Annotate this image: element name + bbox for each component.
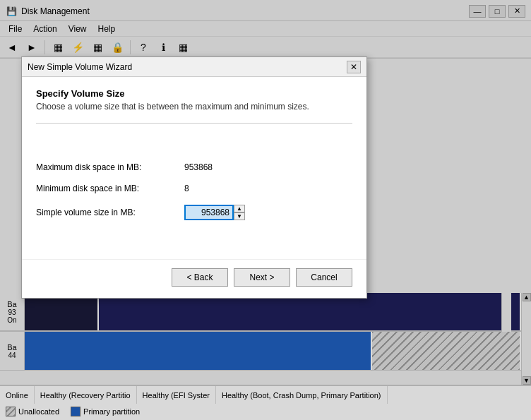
label-min-disk-space: Minimum disk space in MB: <box>36 184 184 193</box>
value-min-disk-space: 8 <box>184 184 189 193</box>
modal-section-desc: Choose a volume size that is between the… <box>36 102 352 112</box>
form-row-max: Maximum disk space in MB: 953868 <box>36 162 352 172</box>
modal-title-bar: New Simple Volume Wizard ✕ <box>22 57 366 77</box>
modal-close-button[interactable]: ✕ <box>347 61 361 73</box>
modal-content: Specify Volume Size Choose a volume size… <box>22 77 366 259</box>
volume-size-input[interactable] <box>184 205 234 220</box>
back-button[interactable]: < Back <box>172 268 228 287</box>
spinner-down-button[interactable]: ▼ <box>234 212 245 220</box>
modal-overlay: New Simple Volume Wizard ✕ Specify Volum… <box>0 0 531 420</box>
modal-divider <box>36 123 352 124</box>
modal-footer: < Back Next > Cancel <box>22 259 366 298</box>
modal-section-title: Specify Volume Size <box>36 88 352 99</box>
form-row-volume-size: Simple volume size in MB: ▲ ▼ <box>36 205 352 220</box>
modal-title: New Simple Volume Wizard <box>28 62 347 72</box>
spinner-up-button[interactable]: ▲ <box>234 205 245 212</box>
label-volume-size: Simple volume size in MB: <box>36 208 184 217</box>
modal-dialog: New Simple Volume Wizard ✕ Specify Volum… <box>21 56 367 299</box>
value-max-disk-space: 953868 <box>184 162 213 172</box>
modal-form-area: Maximum disk space in MB: 953868 Minimum… <box>36 135 352 248</box>
label-max-disk-space: Maximum disk space in MB: <box>36 162 184 172</box>
next-button[interactable]: Next > <box>234 268 290 287</box>
cancel-button[interactable]: Cancel <box>296 268 352 287</box>
form-row-min: Minimum disk space in MB: 8 <box>36 184 352 193</box>
spinner-buttons: ▲ ▼ <box>234 205 245 220</box>
volume-size-input-group: ▲ ▼ <box>184 205 245 220</box>
